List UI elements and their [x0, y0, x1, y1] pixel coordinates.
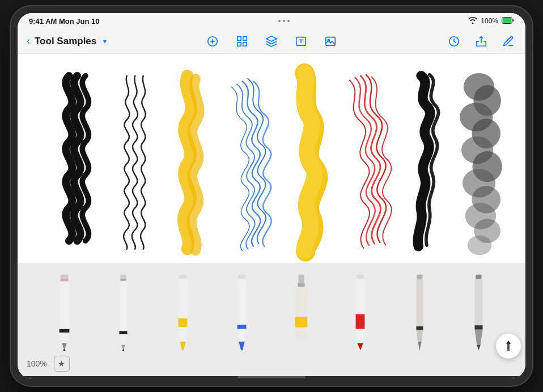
- svg-rect-6: [237, 42, 241, 45]
- canvas-area[interactable]: [18, 54, 525, 263]
- battery-level: 100%: [481, 17, 498, 25]
- status-time: 9:41 AM Mon Jun 10: [29, 17, 100, 25]
- canvas-icon[interactable]: [234, 33, 250, 49]
- svg-rect-1: [503, 18, 512, 23]
- svg-rect-42: [238, 275, 246, 279]
- share-icon[interactable]: [473, 33, 489, 49]
- stroke-3-yellow-marker: [184, 76, 200, 251]
- dot-2: [283, 20, 285, 22]
- active-pen-fab[interactable]: [496, 334, 521, 359]
- svg-rect-54: [356, 314, 365, 329]
- tool-blue-marker[interactable]: [219, 272, 265, 351]
- tool-fountain-pen[interactable]: [397, 272, 442, 351]
- star-icon: ★: [58, 359, 65, 368]
- svg-rect-25: [59, 282, 69, 329]
- svg-rect-47: [298, 275, 304, 283]
- ipad-frame: 9:41 AM Mon Jun 10 100%: [11, 6, 532, 386]
- svg-marker-60: [416, 330, 423, 342]
- stroke-4-blue-crayon: [231, 79, 272, 251]
- status-bar: 9:41 AM Mon Jun 10 100%: [18, 13, 525, 29]
- stroke-7-calligraphy: [418, 75, 438, 246]
- svg-rect-30: [121, 275, 126, 279]
- draw-tool-icon[interactable]: [205, 33, 220, 49]
- toolbar: ‹ Tool Samples ▾: [18, 29, 525, 54]
- svg-marker-56: [358, 343, 363, 350]
- svg-marker-45: [237, 329, 247, 342]
- svg-point-69: [507, 349, 510, 351]
- toolbar-center: [140, 33, 403, 49]
- svg-rect-37: [179, 275, 186, 279]
- battery-icon: [502, 16, 514, 26]
- svg-marker-41: [180, 342, 185, 350]
- status-center-dots: [278, 20, 290, 22]
- svg-marker-67: [477, 345, 481, 350]
- home-indicator: [18, 376, 525, 379]
- svg-rect-23: [60, 275, 68, 279]
- svg-rect-26: [59, 329, 69, 333]
- edit-icon[interactable]: [500, 33, 516, 49]
- svg-rect-44: [237, 325, 247, 329]
- svg-rect-32: [120, 281, 128, 331]
- svg-rect-48: [298, 283, 304, 287]
- dot-3: [287, 20, 290, 22]
- document-title: Tool Samples: [35, 36, 96, 47]
- back-button[interactable]: ‹: [27, 35, 30, 47]
- favorites-button[interactable]: ★: [54, 356, 70, 372]
- tool-fine-liner[interactable]: [101, 272, 146, 351]
- stroke-1-snake: [66, 76, 88, 241]
- svg-rect-64: [475, 279, 483, 325]
- svg-marker-27: [59, 333, 69, 343]
- toolbar-right: [403, 33, 516, 49]
- dot-1: [278, 20, 281, 22]
- svg-rect-57: [417, 275, 422, 279]
- svg-rect-39: [178, 318, 187, 327]
- timer-icon[interactable]: [446, 33, 462, 49]
- svg-rect-24: [60, 279, 68, 282]
- back-chevron-icon: ‹: [27, 35, 30, 47]
- ipad-screen: 9:41 AM Mon Jun 10 100%: [18, 13, 525, 379]
- toolbar-left: ‹ Tool Samples ▾: [27, 35, 140, 47]
- svg-rect-4: [237, 36, 241, 40]
- stroke-8-smoke: [460, 73, 502, 255]
- svg-rect-59: [416, 326, 423, 330]
- stroke-2-loops: [124, 76, 146, 249]
- svg-rect-68: [507, 344, 510, 350]
- tool-yellow-marker[interactable]: [160, 272, 205, 351]
- svg-marker-34: [120, 334, 128, 345]
- svg-point-3: [211, 40, 214, 43]
- tool-pencil[interactable]: [41, 272, 87, 351]
- wifi-icon: [468, 17, 477, 25]
- tool-red-crayon[interactable]: [338, 272, 383, 351]
- tool-paint-bottle[interactable]: [278, 272, 324, 351]
- svg-rect-52: [357, 275, 364, 279]
- image-insert-icon[interactable]: [323, 33, 338, 49]
- svg-point-22: [468, 235, 492, 255]
- svg-rect-51: [295, 334, 307, 339]
- tools-panel: 100% ★: [18, 263, 525, 376]
- svg-rect-50: [295, 317, 307, 327]
- svg-rect-7: [243, 42, 247, 45]
- bottom-left: 100% ★: [27, 356, 70, 372]
- svg-marker-46: [239, 342, 245, 350]
- layers-icon[interactable]: [264, 33, 279, 49]
- title-chevron-icon[interactable]: ▾: [103, 37, 107, 45]
- svg-rect-5: [243, 36, 247, 40]
- drawing-canvas: [18, 54, 525, 263]
- zoom-level: 100%: [27, 359, 47, 368]
- tools-row: [18, 263, 525, 351]
- stroke-6-red-crayon: [350, 75, 392, 248]
- tool-dark-brush[interactable]: [456, 272, 502, 351]
- svg-rect-31: [121, 279, 126, 281]
- svg-rect-43: [237, 279, 247, 329]
- bottom-bar: 100% ★: [18, 351, 525, 376]
- svg-rect-58: [416, 279, 423, 326]
- stroke-5-yellow-fluid: [304, 73, 318, 252]
- svg-rect-63: [476, 275, 482, 279]
- svg-rect-33: [120, 331, 128, 335]
- svg-marker-55: [356, 329, 365, 343]
- text-tool-icon[interactable]: [293, 33, 309, 49]
- svg-marker-66: [475, 330, 483, 345]
- svg-marker-40: [178, 329, 187, 342]
- svg-rect-65: [475, 325, 483, 329]
- svg-marker-35: [121, 345, 125, 350]
